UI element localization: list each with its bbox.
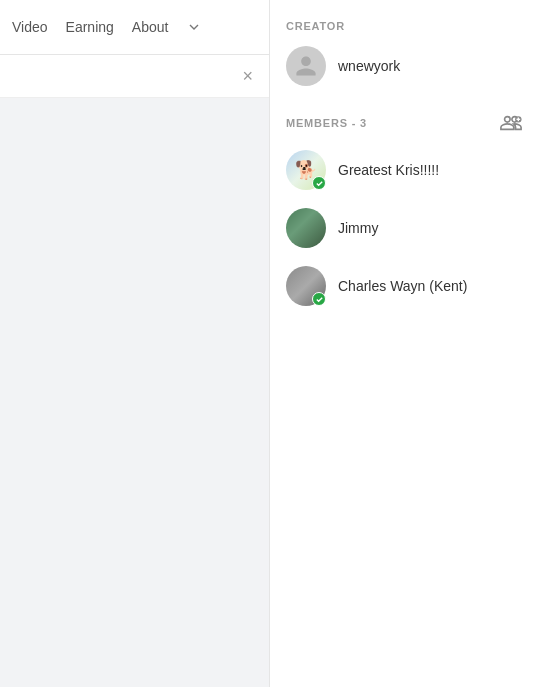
left-panel: Video Earning About × (0, 0, 270, 687)
creator-avatar-wrap (286, 46, 326, 86)
tab-bar: Video Earning About (0, 0, 269, 55)
person-icon (294, 54, 318, 78)
member-avatar-wrap-0: 🐕 (286, 150, 326, 190)
add-person-icon (500, 112, 522, 134)
close-bar: × (0, 55, 269, 98)
member-name-2: Charles Wayn (Kent) (338, 278, 467, 294)
close-button[interactable]: × (242, 67, 253, 85)
member-name-1: Jimmy (338, 220, 378, 236)
creator-name: wnewyork (338, 58, 400, 74)
member-avatar-wrap-2 (286, 266, 326, 306)
member-avatar-wrap-1 (286, 208, 326, 248)
tab-video[interactable]: Video (12, 15, 48, 39)
member-row-1: Jimmy (286, 208, 524, 248)
left-content-area (0, 98, 269, 687)
creator-section-label: CREATOR (286, 20, 524, 32)
creator-row: wnewyork (286, 46, 524, 86)
right-panel: CREATOR wnewyork MEMBERS - 3 🐕 (270, 0, 540, 687)
member-avatar-1 (286, 208, 326, 248)
add-member-button[interactable] (498, 110, 524, 136)
tab-more-button[interactable] (186, 19, 202, 35)
member-row: 🐕 Greatest Kris!!!!! (286, 150, 524, 190)
member-name-0: Greatest Kris!!!!! (338, 162, 439, 178)
verified-badge-0 (312, 176, 326, 190)
members-header: MEMBERS - 3 (286, 110, 524, 136)
members-section-label: MEMBERS - 3 (286, 117, 367, 129)
verified-badge-2 (312, 292, 326, 306)
tab-earning[interactable]: Earning (66, 15, 114, 39)
creator-avatar (286, 46, 326, 86)
member-row-2: Charles Wayn (Kent) (286, 266, 524, 306)
tab-about[interactable]: About (132, 15, 169, 39)
